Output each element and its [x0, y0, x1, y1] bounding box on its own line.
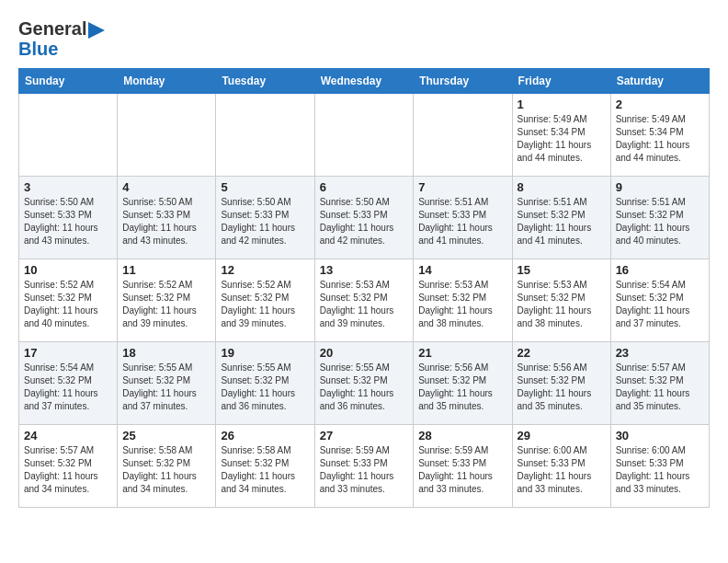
calendar-cell: 7Sunrise: 5:51 AM Sunset: 5:33 PM Daylig… [414, 177, 512, 259]
day-number: 13 [320, 263, 409, 277]
day-number: 20 [320, 346, 409, 360]
calendar-cell: 13Sunrise: 5:53 AM Sunset: 5:32 PM Dayli… [314, 259, 414, 342]
day-number: 17 [24, 346, 112, 360]
day-number: 30 [616, 429, 704, 442]
day-number: 5 [221, 180, 309, 194]
calendar-cell: 16Sunrise: 5:54 AM Sunset: 5:32 PM Dayli… [610, 259, 709, 342]
day-info: Sunrise: 5:59 AM Sunset: 5:33 PM Dayligh… [418, 444, 506, 496]
page-header: General Blue [18, 18, 710, 59]
logo-arrow-icon [88, 22, 105, 39]
day-number: 23 [616, 346, 704, 360]
day-number: 24 [24, 429, 112, 442]
calendar-cell: 17Sunrise: 5:54 AM Sunset: 5:32 PM Dayli… [19, 342, 118, 425]
calendar-cell: 29Sunrise: 6:00 AM Sunset: 5:33 PM Dayli… [512, 425, 610, 508]
day-number: 7 [418, 180, 506, 194]
day-number: 29 [518, 429, 606, 442]
calendar-cell: 19Sunrise: 5:55 AM Sunset: 5:32 PM Dayli… [216, 342, 314, 425]
calendar-cell: 10Sunrise: 5:52 AM Sunset: 5:32 PM Dayli… [19, 259, 118, 342]
day-number: 26 [221, 429, 309, 442]
day-info: Sunrise: 5:51 AM Sunset: 5:32 PM Dayligh… [616, 196, 704, 247]
day-info: Sunrise: 5:52 AM Sunset: 5:32 PM Dayligh… [122, 279, 210, 330]
day-number: 22 [518, 346, 606, 360]
day-info: Sunrise: 5:59 AM Sunset: 5:33 PM Dayligh… [320, 444, 409, 496]
calendar-week: 1Sunrise: 5:49 AM Sunset: 5:34 PM Daylig… [19, 94, 710, 177]
calendar-cell: 11Sunrise: 5:52 AM Sunset: 5:32 PM Dayli… [118, 259, 216, 342]
logo-blue-text: Blue [18, 39, 58, 59]
day-info: Sunrise: 5:58 AM Sunset: 5:32 PM Dayligh… [122, 444, 210, 496]
day-number: 16 [616, 263, 704, 277]
calendar-cell: 3Sunrise: 5:50 AM Sunset: 5:33 PM Daylig… [19, 177, 118, 259]
calendar-cell: 12Sunrise: 5:52 AM Sunset: 5:32 PM Dayli… [216, 259, 314, 342]
calendar-body: 1Sunrise: 5:49 AM Sunset: 5:34 PM Daylig… [19, 94, 710, 508]
calendar-week: 3Sunrise: 5:50 AM Sunset: 5:33 PM Daylig… [19, 177, 710, 259]
day-info: Sunrise: 5:56 AM Sunset: 5:32 PM Dayligh… [418, 362, 506, 413]
calendar-cell: 8Sunrise: 5:51 AM Sunset: 5:32 PM Daylig… [512, 177, 610, 259]
calendar-cell: 6Sunrise: 5:50 AM Sunset: 5:33 PM Daylig… [314, 177, 414, 259]
day-info: Sunrise: 5:52 AM Sunset: 5:32 PM Dayligh… [24, 279, 112, 330]
day-number: 15 [518, 263, 606, 277]
calendar-cell: 28Sunrise: 5:59 AM Sunset: 5:33 PM Dayli… [414, 425, 512, 508]
calendar-cell [118, 94, 216, 177]
day-info: Sunrise: 5:50 AM Sunset: 5:33 PM Dayligh… [122, 196, 210, 247]
day-number: 19 [221, 346, 309, 360]
calendar-cell [314, 94, 414, 177]
weekday-header: Saturday [610, 69, 709, 94]
day-info: Sunrise: 5:58 AM Sunset: 5:32 PM Dayligh… [221, 444, 309, 496]
calendar-cell [414, 94, 512, 177]
calendar-cell: 1Sunrise: 5:49 AM Sunset: 5:34 PM Daylig… [512, 94, 610, 177]
day-number: 18 [122, 346, 210, 360]
day-info: Sunrise: 6:00 AM Sunset: 5:33 PM Dayligh… [616, 444, 704, 496]
day-info: Sunrise: 5:51 AM Sunset: 5:32 PM Dayligh… [518, 196, 606, 247]
calendar-cell: 4Sunrise: 5:50 AM Sunset: 5:33 PM Daylig… [118, 177, 216, 259]
day-info: Sunrise: 5:50 AM Sunset: 5:33 PM Dayligh… [24, 196, 112, 247]
day-info: Sunrise: 5:49 AM Sunset: 5:34 PM Dayligh… [518, 113, 606, 165]
day-info: Sunrise: 5:55 AM Sunset: 5:32 PM Dayligh… [221, 362, 309, 413]
calendar-cell: 26Sunrise: 5:58 AM Sunset: 5:32 PM Dayli… [216, 425, 314, 508]
day-info: Sunrise: 5:53 AM Sunset: 5:32 PM Dayligh… [320, 279, 409, 330]
calendar-cell: 9Sunrise: 5:51 AM Sunset: 5:32 PM Daylig… [610, 177, 709, 259]
day-info: Sunrise: 5:55 AM Sunset: 5:32 PM Dayligh… [320, 362, 409, 413]
calendar-cell: 14Sunrise: 5:53 AM Sunset: 5:32 PM Dayli… [414, 259, 512, 342]
day-info: Sunrise: 5:53 AM Sunset: 5:32 PM Dayligh… [518, 279, 606, 330]
calendar-cell: 23Sunrise: 5:57 AM Sunset: 5:32 PM Dayli… [610, 342, 709, 425]
day-info: Sunrise: 6:00 AM Sunset: 5:33 PM Dayligh… [518, 444, 606, 496]
day-info: Sunrise: 5:50 AM Sunset: 5:33 PM Dayligh… [320, 196, 409, 247]
calendar-cell: 30Sunrise: 6:00 AM Sunset: 5:33 PM Dayli… [610, 425, 709, 508]
day-number: 6 [320, 180, 409, 194]
day-info: Sunrise: 5:49 AM Sunset: 5:34 PM Dayligh… [616, 113, 704, 165]
day-number: 25 [122, 429, 210, 442]
day-number: 9 [616, 180, 704, 194]
logo: General Blue [18, 18, 105, 59]
calendar-week: 24Sunrise: 5:57 AM Sunset: 5:32 PM Dayli… [19, 425, 710, 508]
calendar-cell: 20Sunrise: 5:55 AM Sunset: 5:32 PM Dayli… [314, 342, 414, 425]
day-info: Sunrise: 5:54 AM Sunset: 5:32 PM Dayligh… [24, 362, 112, 413]
weekday-header: Monday [118, 69, 216, 94]
day-number: 4 [122, 180, 210, 194]
day-number: 8 [518, 180, 606, 194]
weekday-header: Wednesday [314, 69, 414, 94]
day-info: Sunrise: 5:51 AM Sunset: 5:33 PM Dayligh… [418, 196, 506, 247]
calendar-cell [216, 94, 314, 177]
day-number: 12 [221, 263, 309, 277]
day-number: 10 [24, 263, 112, 277]
calendar-cell: 24Sunrise: 5:57 AM Sunset: 5:32 PM Dayli… [19, 425, 118, 508]
day-info: Sunrise: 5:54 AM Sunset: 5:32 PM Dayligh… [616, 279, 704, 330]
calendar-cell: 22Sunrise: 5:56 AM Sunset: 5:32 PM Dayli… [512, 342, 610, 425]
svg-marker-0 [88, 22, 105, 39]
calendar-cell: 21Sunrise: 5:56 AM Sunset: 5:32 PM Dayli… [414, 342, 512, 425]
day-number: 28 [418, 429, 506, 442]
day-info: Sunrise: 5:55 AM Sunset: 5:32 PM Dayligh… [122, 362, 210, 413]
calendar-cell: 5Sunrise: 5:50 AM Sunset: 5:33 PM Daylig… [216, 177, 314, 259]
calendar-cell: 15Sunrise: 5:53 AM Sunset: 5:32 PM Dayli… [512, 259, 610, 342]
calendar-header: SundayMondayTuesdayWednesdayThursdayFrid… [19, 69, 710, 94]
day-info: Sunrise: 5:57 AM Sunset: 5:32 PM Dayligh… [616, 362, 704, 413]
calendar-table: SundayMondayTuesdayWednesdayThursdayFrid… [18, 68, 710, 508]
day-info: Sunrise: 5:56 AM Sunset: 5:32 PM Dayligh… [518, 362, 606, 413]
calendar-cell: 25Sunrise: 5:58 AM Sunset: 5:32 PM Dayli… [118, 425, 216, 508]
day-info: Sunrise: 5:53 AM Sunset: 5:32 PM Dayligh… [418, 279, 506, 330]
day-number: 27 [320, 429, 409, 442]
weekday-header: Friday [512, 69, 610, 94]
calendar-cell [19, 94, 118, 177]
day-info: Sunrise: 5:50 AM Sunset: 5:33 PM Dayligh… [221, 196, 309, 247]
day-info: Sunrise: 5:52 AM Sunset: 5:32 PM Dayligh… [221, 279, 309, 330]
